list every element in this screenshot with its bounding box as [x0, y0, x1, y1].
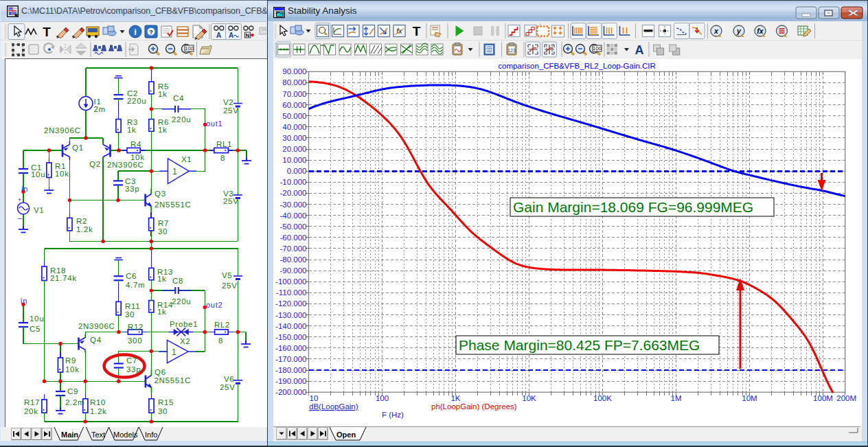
- svg-text:2N3906C: 2N3906C: [78, 322, 115, 330]
- svg-text:C6: C6: [126, 272, 137, 280]
- svg-text:V1: V1: [34, 206, 44, 214]
- svg-text:-60.000: -60.000: [279, 233, 306, 242]
- svg-text:80.000: 80.000: [282, 78, 306, 87]
- svg-text:x: x: [713, 27, 719, 35]
- svg-text:10K: 10K: [522, 394, 536, 402]
- svg-text:T: T: [413, 24, 421, 38]
- svg-text:-150.000: -150.000: [275, 333, 306, 341]
- svg-text:y: y: [736, 27, 742, 35]
- svg-text:220u: 220u: [172, 297, 191, 306]
- svg-text:-120.000: -120.000: [275, 299, 306, 308]
- svg-text:25V: 25V: [222, 282, 238, 290]
- svg-text:2N3906C: 2N3906C: [44, 126, 81, 135]
- svg-text:1k: 1k: [157, 308, 167, 316]
- svg-text:-160.000: -160.000: [275, 344, 306, 352]
- svg-text:-10.000: -10.000: [279, 178, 306, 186]
- svg-text:Phase Margin=80.425 FP=7.663ME: Phase Margin=80.425 FP=7.663MEG: [459, 337, 700, 353]
- svg-text:Main: Main: [61, 431, 78, 439]
- svg-text:10: 10: [310, 394, 319, 402]
- svg-text:-110.000: -110.000: [276, 288, 307, 297]
- svg-text:100M: 100M: [813, 394, 833, 402]
- svg-text:10.000: 10.000: [282, 156, 306, 164]
- svg-text:30: 30: [158, 407, 168, 415]
- svg-text:–: –: [18, 214, 23, 222]
- svg-text:RL1: RL1: [216, 140, 232, 148]
- svg-text:C5: C5: [30, 325, 41, 333]
- svg-text:2N3906C: 2N3906C: [107, 161, 144, 169]
- svg-text:-70.000: -70.000: [279, 244, 306, 253]
- svg-text:A: A: [635, 43, 644, 57]
- svg-text:in: in: [21, 297, 27, 305]
- svg-text:R11: R11: [125, 302, 140, 310]
- svg-text:Q2: Q2: [89, 160, 101, 168]
- svg-text:8: 8: [218, 336, 223, 345]
- svg-text:33p: 33p: [125, 185, 139, 193]
- svg-text:30: 30: [158, 227, 168, 236]
- svg-text:T: T: [43, 25, 51, 39]
- svg-text:1k: 1k: [158, 90, 168, 98]
- svg-text:-200.000: -200.000: [275, 388, 306, 396]
- svg-text:-140.000: -140.000: [275, 322, 306, 330]
- svg-text:A: A: [216, 31, 222, 39]
- svg-text:X1: X1: [181, 155, 192, 163]
- svg-text:40.000: 40.000: [282, 123, 306, 131]
- svg-text:Q3: Q3: [155, 190, 166, 198]
- svg-text:33p: 33p: [126, 365, 141, 374]
- svg-text:C7: C7: [126, 356, 137, 365]
- svg-text:1k: 1k: [127, 126, 137, 134]
- svg-text:in: in: [21, 185, 28, 193]
- svg-text:21.74k: 21.74k: [50, 274, 77, 282]
- svg-text:200M: 200M: [836, 394, 856, 402]
- svg-text:i: i: [134, 27, 137, 37]
- svg-text:Q1: Q1: [72, 144, 84, 152]
- svg-text:0.000: 0.000: [287, 167, 307, 175]
- svg-text:70.000: 70.000: [282, 90, 306, 98]
- svg-text:1: 1: [172, 347, 176, 357]
- svg-text:fx: fx: [757, 27, 764, 35]
- svg-text:100: 100: [185, 45, 194, 51]
- svg-text:R9: R9: [65, 356, 76, 365]
- svg-text:out1: out1: [206, 119, 222, 128]
- svg-text:25V: 25V: [223, 197, 239, 205]
- svg-text:10k: 10k: [65, 365, 80, 374]
- svg-text:R10: R10: [90, 398, 106, 406]
- svg-text:R7: R7: [158, 219, 169, 227]
- svg-text:R12: R12: [128, 323, 144, 331]
- svg-text:4.7m: 4.7m: [126, 281, 145, 289]
- svg-text:1.2k: 1.2k: [76, 225, 93, 233]
- svg-text:C4: C4: [173, 94, 184, 102]
- svg-text:-130.000: -130.000: [275, 311, 306, 319]
- svg-text:30.000: 30.000: [282, 134, 306, 142]
- svg-text:10M: 10M: [742, 394, 757, 402]
- svg-text:Text: Text: [91, 431, 105, 439]
- svg-text:2.2m: 2.2m: [65, 398, 84, 406]
- svg-text:300: 300: [128, 336, 142, 345]
- svg-text:F (Hz): F (Hz): [382, 411, 404, 419]
- svg-text:-180.000: -180.000: [275, 366, 306, 374]
- svg-text:100: 100: [593, 45, 602, 51]
- svg-text:1k: 1k: [158, 126, 168, 134]
- svg-text:-190.000: -190.000: [275, 377, 306, 385]
- svg-text:-90.000: -90.000: [279, 266, 306, 275]
- svg-text:-100.000: -100.000: [275, 277, 306, 286]
- svg-text:Q6: Q6: [155, 368, 166, 376]
- svg-text:C8: C8: [172, 277, 183, 285]
- svg-text:-20.000: -20.000: [279, 189, 306, 197]
- svg-text:100: 100: [376, 394, 389, 402]
- svg-text:ph(LoopGain) (Degrees): ph(LoopGain) (Degrees): [431, 402, 517, 411]
- svg-text:2N5551C: 2N5551C: [155, 376, 192, 385]
- svg-text:X2: X2: [180, 337, 190, 345]
- svg-text:1K: 1K: [450, 394, 460, 402]
- svg-text:30: 30: [125, 310, 135, 319]
- svg-text:Probe1: Probe1: [170, 320, 198, 328]
- svg-text:A: A: [229, 32, 233, 39]
- svg-text:1k: 1k: [157, 275, 167, 283]
- svg-text:123: 123: [507, 48, 516, 53]
- svg-text:R17: R17: [24, 398, 40, 406]
- svg-text:R4: R4: [130, 140, 141, 148]
- svg-text:20.000: 20.000: [282, 145, 306, 153]
- svg-text:comparison_CFB&VFB_RL2_Loop-Ga: comparison_CFB&VFB_RL2_Loop-Gain.CIR: [498, 62, 655, 70]
- svg-text:10u: 10u: [31, 170, 45, 179]
- svg-text:2N5551C: 2N5551C: [155, 200, 192, 209]
- svg-text:RL2: RL2: [214, 321, 230, 329]
